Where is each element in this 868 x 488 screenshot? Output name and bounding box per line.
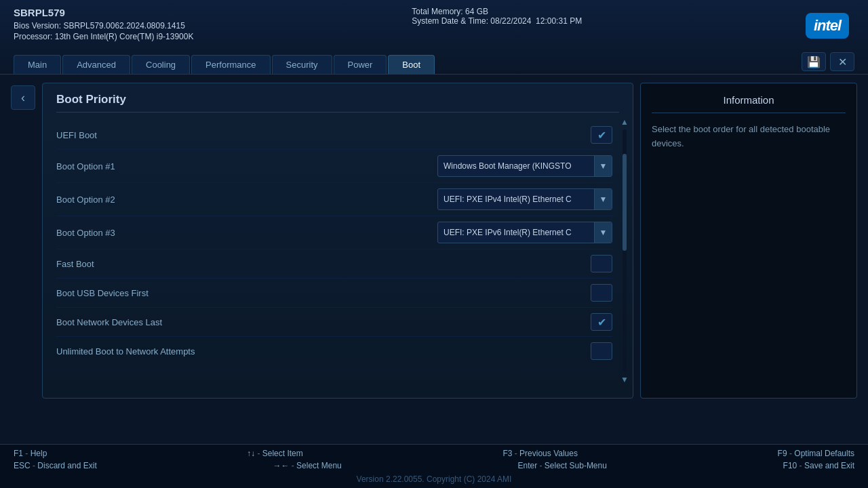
tab-power[interactable]: Power — [334, 55, 387, 74]
nav-actions: 💾 ✕ — [802, 52, 854, 74]
panel-title: Boot Priority — [56, 93, 619, 113]
info-text: Select the boot order for all detected b… — [652, 123, 846, 151]
intel-logo: intel — [800, 7, 854, 44]
checkbox-boot-usb[interactable] — [591, 284, 612, 302]
control-boot-option-2: UEFI: PXE IPv4 Intel(R) Ethernet C ▼ — [437, 188, 612, 210]
control-unlimited-boot — [591, 342, 612, 360]
control-boot-option-3: UEFI: PXE IPv6 Intel(R) Ethernet C ▼ — [437, 222, 612, 243]
tab-main[interactable]: Main — [14, 55, 61, 74]
label-unlimited-boot: Unlimited Boot to Network Attempts — [56, 346, 591, 357]
back-button[interactable]: ‹ — [11, 85, 35, 110]
footer-enter: Enter - Select Sub-Menu — [517, 461, 606, 470]
footer-version: Version 2.22.0055. Copyright (C) 2024 AM… — [14, 473, 854, 484]
scroll-down-arrow[interactable]: ▼ — [620, 375, 629, 384]
tab-boot[interactable]: Boot — [388, 55, 435, 74]
footer-row-top: F1 - Help ↑↓ - Select Item F3 - Previous… — [14, 449, 854, 458]
info-title: Information — [652, 94, 846, 113]
dropdown-arrow-boot-option-2: ▼ — [594, 189, 612, 209]
dropdown-text-boot-option-3: UEFI: PXE IPv6 Intel(R) Ethernet C — [438, 224, 594, 241]
info-panel: Information Select the boot order for al… — [640, 83, 857, 399]
processor-info: Processor: 13th Gen Intel(R) Core(TM) i9… — [14, 32, 193, 41]
setting-row-fast-boot: Fast Boot — [56, 249, 612, 279]
tab-advanced[interactable]: Advanced — [62, 55, 130, 74]
tab-performance[interactable]: Performance — [191, 55, 270, 74]
label-boot-usb: Boot USB Devices First — [56, 288, 591, 298]
control-boot-option-1: Windows Boot Manager (KINGSTO ▼ — [437, 155, 612, 177]
footer: F1 - Help ↑↓ - Select Item F3 - Previous… — [0, 444, 868, 488]
setting-row-boot-option-2: Boot Option #2 UEFI: PXE IPv4 Intel(R) E… — [56, 183, 612, 216]
model-name: SBRPL579 — [14, 7, 193, 18]
footer-f1: F1 - Help — [14, 449, 47, 458]
checkbox-unlimited-boot[interactable] — [591, 342, 612, 360]
settings-rows: UEFI Boot ✔ Boot Option #1 Windows Boot … — [56, 121, 619, 365]
label-boot-network-last: Boot Network Devices Last — [56, 317, 591, 327]
tab-cooling[interactable]: Cooling — [132, 55, 190, 74]
control-fast-boot — [591, 255, 612, 272]
dropdown-text-boot-option-2: UEFI: PXE IPv4 Intel(R) Ethernet C — [438, 191, 594, 207]
footer-f9: F9 - Optimal Defaults — [778, 449, 854, 458]
nav-tabs: Main Advanced Cooling Performance Securi… — [14, 49, 854, 74]
label-boot-option-2: Boot Option #2 — [56, 195, 437, 205]
setting-row-boot-option-1: Boot Option #1 Windows Boot Manager (KIN… — [56, 150, 612, 183]
checkbox-boot-network-last[interactable]: ✔ — [591, 313, 612, 331]
footer-arrows: ↑↓ - Select Item — [247, 449, 303, 458]
system-info-right: Total Memory: 64 GB System Date & Time: … — [412, 7, 582, 26]
checkbox-uefi-boot[interactable]: ✔ — [591, 126, 612, 144]
content-panel: Boot Priority UEFI Boot ✔ Boot Option #1… — [42, 83, 633, 399]
footer-f10: F10 - Save and Exit — [783, 461, 854, 470]
scroll-track — [623, 129, 627, 372]
footer-enter-arrow: →← - Select Menu — [273, 461, 341, 470]
setting-row-boot-network-last: Boot Network Devices Last ✔ — [56, 308, 612, 337]
label-uefi-boot: UEFI Boot — [56, 130, 591, 140]
close-button[interactable]: ✕ — [830, 52, 854, 71]
footer-row-bottom: ESC - Discard and Exit →← - Select Menu … — [14, 461, 854, 470]
tab-security[interactable]: Security — [272, 55, 332, 74]
footer-f3: F3 - Previous Values — [502, 449, 578, 458]
control-boot-network-last: ✔ — [591, 313, 612, 331]
setting-row-unlimited-boot: Unlimited Boot to Network Attempts — [56, 337, 612, 365]
dropdown-arrow-boot-option-1: ▼ — [594, 156, 612, 176]
bios-version: Bios Version: SBRPL579.0062.2024.0809.14… — [14, 21, 193, 30]
label-fast-boot: Fast Boot — [56, 259, 591, 269]
footer-content: F1 - Help ↑↓ - Select Item F3 - Previous… — [14, 449, 854, 484]
dropdown-arrow-boot-option-3: ▼ — [594, 222, 612, 243]
scroll-indicator: ▲ ▼ — [622, 117, 627, 384]
dropdown-text-boot-option-1: Windows Boot Manager (KINGSTO — [438, 158, 594, 174]
scroll-thumb — [623, 154, 627, 251]
scroll-up-arrow[interactable]: ▲ — [620, 117, 629, 127]
setting-row-boot-usb: Boot USB Devices First — [56, 279, 612, 308]
header: SBRPL579 Bios Version: SBRPL579.0062.202… — [0, 0, 868, 75]
dropdown-boot-option-1[interactable]: Windows Boot Manager (KINGSTO ▼ — [437, 155, 612, 177]
footer-esc: ESC - Discard and Exit — [14, 461, 97, 470]
dropdown-boot-option-2[interactable]: UEFI: PXE IPv4 Intel(R) Ethernet C ▼ — [437, 188, 612, 210]
system-info: SBRPL579 Bios Version: SBRPL579.0062.202… — [14, 7, 193, 43]
intel-logo-text: intel — [806, 13, 849, 39]
setting-row-uefi-boot: UEFI Boot ✔ — [56, 121, 612, 150]
main-area: ‹ Boot Priority UEFI Boot ✔ Boot Option … — [0, 75, 868, 407]
total-memory: Total Memory: 64 GB — [412, 7, 582, 16]
control-uefi-boot: ✔ — [591, 126, 612, 144]
system-datetime: System Date & Time: 08/22/2024 12:00:31 … — [412, 16, 582, 26]
save-button[interactable]: 💾 — [802, 52, 826, 71]
checkbox-fast-boot[interactable] — [591, 255, 612, 272]
label-boot-option-3: Boot Option #3 — [56, 228, 437, 238]
control-boot-usb — [591, 284, 612, 302]
setting-row-boot-option-3: Boot Option #3 UEFI: PXE IPv6 Intel(R) E… — [56, 216, 612, 249]
dropdown-boot-option-3[interactable]: UEFI: PXE IPv6 Intel(R) Ethernet C ▼ — [437, 222, 612, 243]
label-boot-option-1: Boot Option #1 — [56, 161, 437, 171]
